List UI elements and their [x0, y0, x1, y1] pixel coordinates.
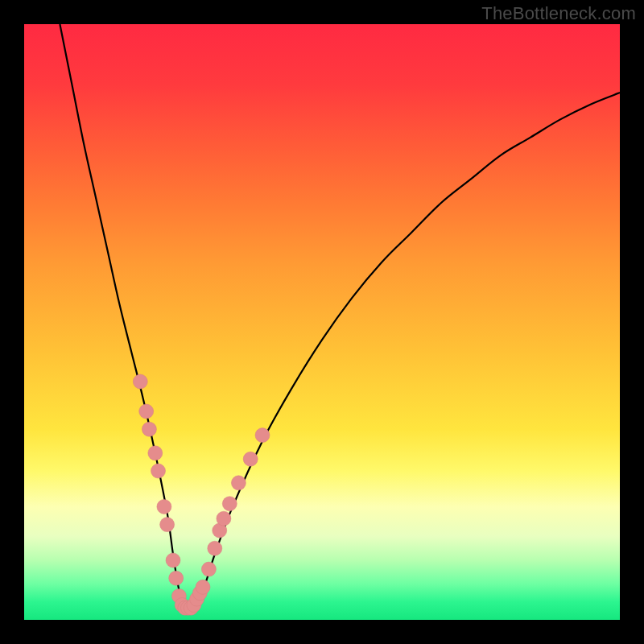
data-marker [166, 553, 180, 568]
data-marker [151, 464, 166, 478]
data-marker [169, 571, 184, 585]
chart-svg [24, 24, 620, 620]
data-marker [201, 562, 216, 576]
data-marker [148, 446, 163, 460]
data-marker [157, 499, 171, 514]
data-markers [133, 374, 270, 615]
data-marker [196, 580, 210, 594]
data-marker [160, 518, 175, 532]
data-marker [139, 404, 154, 419]
data-marker [133, 374, 147, 389]
data-marker [217, 511, 231, 526]
watermark-text: TheBottleneck.com [481, 3, 636, 24]
data-marker [231, 476, 246, 490]
data-marker [243, 452, 258, 466]
data-marker [208, 541, 222, 555]
data-marker [222, 497, 237, 511]
data-marker [255, 428, 270, 443]
chart-frame: TheBottleneck.com [0, 0, 644, 644]
plot-area [24, 24, 620, 620]
data-marker [142, 422, 156, 436]
bottleneck-curve [60, 24, 620, 610]
